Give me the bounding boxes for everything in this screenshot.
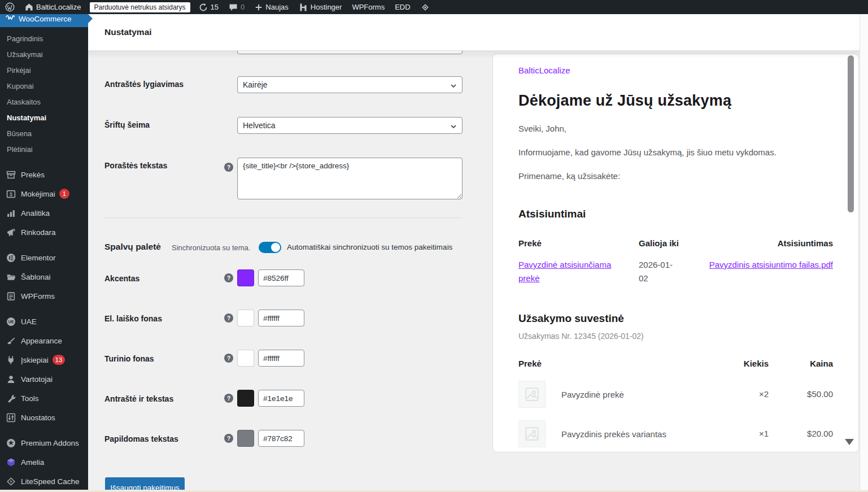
site-name-menu[interactable]: BalticLocalize (20, 0, 86, 14)
woocommerce-label: WooCommerce (19, 15, 72, 23)
settings-sliders-icon (6, 412, 16, 423)
plugins-icon (6, 355, 16, 365)
email-bg-label: El. laiško fonas (104, 314, 162, 323)
preview-scrollbar-thumb[interactable] (848, 55, 854, 212)
sidebar-item-busena[interactable]: Būsena (0, 125, 88, 141)
sidebar-item-nuostatos[interactable]: Nuostatos (0, 408, 88, 427)
sidebar-item-sablonai[interactable]: Šablonai (0, 267, 88, 286)
wpforms-menu[interactable]: WPForms (347, 0, 390, 14)
email-bg-help-icon[interactable]: ? (224, 314, 233, 323)
sidebar-item-amelia[interactable]: Amelia (0, 452, 88, 472)
products-icon (6, 169, 16, 180)
new-content-menu[interactable]: Naujas (250, 0, 293, 14)
accent-help-icon[interactable]: ? (224, 273, 233, 282)
heading-text-label: Antraštė ir tekstas (104, 394, 173, 403)
comment-icon (229, 3, 238, 12)
order-item-qty: ×2 (729, 387, 769, 401)
header-alignment-select[interactable]: Kairėje (237, 76, 463, 93)
window-scrollbar-track[interactable] (860, 14, 868, 492)
sidebar-item-vartotojai[interactable]: Vartotojai (0, 369, 88, 389)
sidebar-item-mokejimai[interactable]: $ Mokėjimai 1 (0, 184, 88, 203)
sidebar-item-rinkodara[interactable]: Rinkodara (0, 223, 88, 242)
sidebar-item-ataskaitos[interactable]: Ataskaitos (0, 94, 88, 110)
product-thumbnail (518, 381, 546, 408)
sidebar-item-pirkejai[interactable]: Pirkėjai (0, 62, 88, 78)
wpforms-label: WPForms (352, 3, 385, 11)
toggle-knob (271, 243, 280, 252)
edd-menu[interactable]: EDD (390, 0, 415, 14)
sidebar-item-prekes[interactable]: Prekės (0, 165, 88, 184)
email-bg-input[interactable] (258, 310, 304, 326)
heading-text-input[interactable] (258, 390, 304, 407)
content-bg-swatch[interactable] (237, 350, 254, 367)
accent-swatch[interactable] (237, 269, 254, 286)
email-bg-swatch[interactable] (237, 310, 254, 326)
secondary-text-help-icon[interactable]: ? (224, 434, 233, 443)
sidebar-item-elementor[interactable]: Elementor (0, 248, 88, 267)
sidebar-item-uzsakymai[interactable]: Užsakymai (0, 46, 88, 62)
wp-logo-button[interactable] (0, 0, 20, 14)
page-header: Nustatymai (88, 14, 868, 51)
sidebar-item-pagrindinis[interactable]: Pagrindinis (0, 31, 88, 46)
sidebar-item-premium-addons[interactable]: Premium Addons (0, 433, 88, 452)
chevron-down-icon (450, 123, 457, 132)
email-brand-link[interactable]: BalticLocalize (518, 66, 833, 75)
sidebar-item-pletiniai[interactable]: Plėtiniai (0, 141, 88, 157)
edd-label: EDD (395, 3, 410, 11)
content-bg-input[interactable] (258, 350, 304, 367)
sidebar-item-wpforms[interactable]: WPForms (0, 286, 88, 306)
users-icon (6, 374, 16, 384)
order-item-name: Pavyzdinė prekė (561, 390, 624, 399)
secondary-text-label: Papildomas tekstas (104, 434, 178, 443)
hostinger-label: Hostinger (311, 3, 342, 11)
wp-admin-page: BalticLocalize Parduotuvė netrukus atsid… (0, 0, 868, 492)
diamond-icon (421, 3, 430, 12)
order-row: Pavyzdinis prekės variantas ×1 $20.00 (518, 420, 833, 447)
hostinger-icon (299, 3, 308, 12)
site-name: BalticLocalize (36, 3, 81, 11)
secondary-text-input[interactable] (258, 430, 304, 447)
sidebar-item-iskiepiai[interactable]: Įskiepiai 13 (0, 350, 88, 369)
scroll-down-arrow-icon[interactable] (845, 439, 854, 445)
analytics-icon (6, 208, 16, 218)
font-family-select[interactable]: Helvetica (237, 117, 463, 134)
email-line1: Informuojame, kad gavome Jūsų užsakymą, … (518, 147, 833, 157)
heading-text-swatch[interactable] (237, 390, 254, 407)
sidebar-item-nustatymai[interactable]: Nustatymai (0, 110, 88, 125)
new-label: Naujas (265, 3, 288, 11)
download-file-link[interactable]: Pavyzdinis atsisiuntimo failas.pdf (709, 260, 833, 269)
sidebar-item-tools[interactable]: Tools (0, 389, 88, 408)
order-summary-title: Užsakymo suvestinė (518, 312, 833, 325)
product-thumbnail (518, 420, 546, 447)
secondary-text-swatch[interactable] (237, 430, 254, 447)
sidebar-item-appearance[interactable]: Appearance (0, 331, 88, 350)
woocommerce-submenu: Pagrindinis Užsakymai Pirkėjai Kuponai A… (0, 27, 88, 162)
diamond-menu[interactable] (416, 0, 435, 14)
download-product-link[interactable]: Pavyzdinė atsisiunčiama prekė (518, 260, 611, 283)
footer-text-help-icon[interactable]: ? (224, 163, 233, 172)
autosync-toggle[interactable] (259, 242, 281, 253)
downloads-table-header: Prekė Galioja iki Atsisiuntimas (518, 238, 833, 248)
content-bg-label: Turinio fonas (104, 354, 154, 363)
sidebar-item-litespeed[interactable]: LiteSpeed Cache (0, 472, 88, 491)
amelia-cube-icon (6, 457, 16, 467)
litespeed-icon (6, 476, 16, 486)
accent-label: Akcentas (104, 274, 139, 283)
order-table-header: Prekė Kiekis Kaina (518, 359, 833, 368)
comments-menu[interactable]: 0 (224, 0, 250, 14)
elementor-icon (6, 252, 16, 263)
updates-menu[interactable]: 15 (194, 0, 224, 14)
heading-text-help-icon[interactable]: ? (224, 394, 233, 403)
marketing-icon (6, 227, 16, 237)
sidebar-item-analitika[interactable]: Analitika (0, 203, 88, 223)
woocommerce-icon (6, 14, 15, 24)
sidebar-item-uae[interactable]: UE UAE (0, 312, 88, 331)
footer-text-input[interactable]: {site_title}<br />{store_address} (237, 158, 463, 199)
accent-input[interactable] (258, 269, 304, 286)
updates-icon (199, 3, 208, 12)
plugins-badge: 13 (53, 355, 65, 365)
sidebar-item-kuponai[interactable]: Kuponai (0, 78, 88, 94)
admin-sidebar: WooCommerce Pagrindinis Užsakymai Pirkėj… (0, 0, 88, 492)
content-bg-help-icon[interactable]: ? (224, 354, 233, 363)
hostinger-menu[interactable]: Hostinger (294, 0, 347, 14)
